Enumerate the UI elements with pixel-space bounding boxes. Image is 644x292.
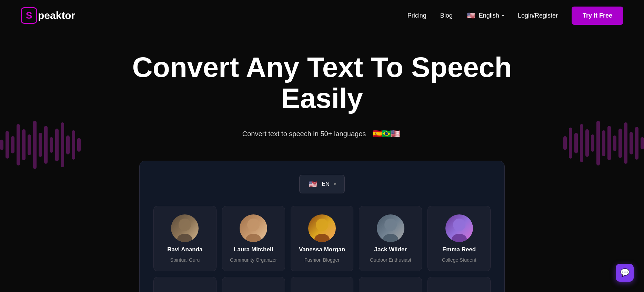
voice-role-emma: College Student (442, 257, 476, 263)
avatar-jack (377, 214, 404, 242)
app-lang-code: EN (322, 181, 329, 187)
app-mockup: 🇺🇸 EN ▾ Ravi Ananda Spiritual Guru (139, 161, 505, 292)
hero-subtitle: Convert text to speech in 50+ languages … (7, 128, 637, 140)
voice-card-jack[interactable]: Jack Wilder Outdoor Enthusiast (359, 206, 422, 271)
logo-text: peaktor (38, 10, 75, 21)
svg-point-6 (384, 219, 397, 231)
voice-role-ravi: Spiritual Guru (170, 257, 200, 263)
svg-point-9 (452, 234, 467, 242)
voice-card-mini-2[interactable] (222, 277, 285, 292)
subtitle-text: Convert text to speech in 50+ languages (242, 130, 366, 138)
svg-point-2 (247, 219, 260, 231)
avatar-laura (240, 214, 267, 242)
login-register-link[interactable]: Login/Register (518, 12, 558, 19)
voice-role-jack: Outdoor Enthusiast (370, 257, 411, 263)
pricing-link[interactable]: Pricing (407, 12, 426, 19)
navbar: S peaktor Pricing Blog 🇺🇸 English ▾ Logi… (0, 0, 644, 31)
app-chevron-icon: ▾ (334, 181, 336, 187)
chevron-down-icon: ▾ (502, 13, 504, 18)
chat-widget[interactable]: 💬 (616, 264, 634, 282)
svg-point-8 (453, 219, 465, 231)
logo-box: S (21, 7, 37, 24)
app-flag-icon: 🇺🇸 (308, 179, 318, 189)
svg-point-0 (179, 219, 191, 231)
voice-card-emma[interactable]: Emma Reed College Student (427, 206, 491, 271)
svg-point-4 (316, 219, 328, 231)
voice-role-vanessa: Fashion Blogger (304, 257, 340, 263)
voice-card-mini-5[interactable] (427, 277, 491, 292)
lang-dropdown[interactable]: 🇺🇸 EN ▾ (299, 175, 344, 193)
try-free-button[interactable]: Try It Free (572, 7, 623, 25)
app-language-selector[interactable]: 🇺🇸 EN ▾ (153, 175, 491, 193)
nav-links: Pricing Blog 🇺🇸 English ▾ Login/Register… (407, 7, 623, 25)
svg-point-1 (177, 234, 192, 242)
voice-card-laura[interactable]: Laura Mitchell Community Organizer (222, 206, 285, 271)
svg-point-5 (314, 234, 330, 242)
voice-name-vanessa: Vanessa Morgan (299, 246, 345, 253)
avatar-vanessa (308, 214, 336, 242)
voice-card-mini-3[interactable] (291, 277, 354, 292)
us-flag-icon: 🇺🇸 (466, 11, 476, 20)
blog-link[interactable]: Blog (440, 12, 453, 19)
language-label: English (479, 12, 499, 19)
voice-card-ravi[interactable]: Ravi Ananda Spiritual Guru (153, 206, 217, 271)
voice-name-laura: Laura Mitchell (234, 246, 273, 253)
avatar-emma (445, 214, 473, 242)
voice-cards-row2 (153, 277, 491, 292)
voice-card-vanessa[interactable]: Vanessa Morgan Fashion Blogger (291, 206, 354, 271)
chat-icon: 💬 (620, 268, 630, 277)
flag-us: 🇺🇸 (389, 128, 402, 140)
language-flags: 🇪🇸 🇧🇷 🇺🇸 (371, 128, 402, 140)
hero-title: Convert Any Text To Speech Easily (115, 52, 529, 114)
voice-name-ravi: Ravi Ananda (167, 246, 202, 253)
logo[interactable]: S peaktor (21, 7, 75, 24)
voice-name-emma: Emma Reed (442, 246, 476, 253)
hero-section: Convert Any Text To Speech Easily Conver… (0, 31, 644, 292)
avatar-ravi (171, 214, 199, 242)
svg-point-7 (383, 234, 398, 242)
voice-name-jack: Jack Wilder (374, 246, 407, 253)
voice-card-mini-4[interactable] (359, 277, 422, 292)
logo-s-letter: S (26, 10, 32, 21)
language-selector[interactable]: 🇺🇸 English ▾ (466, 11, 504, 20)
voice-cards-row1: Ravi Ananda Spiritual Guru Laura Mitchel… (153, 206, 491, 271)
svg-point-3 (246, 234, 261, 242)
voice-role-laura: Community Organizer (230, 257, 277, 263)
voice-card-mini-1[interactable] (153, 277, 217, 292)
